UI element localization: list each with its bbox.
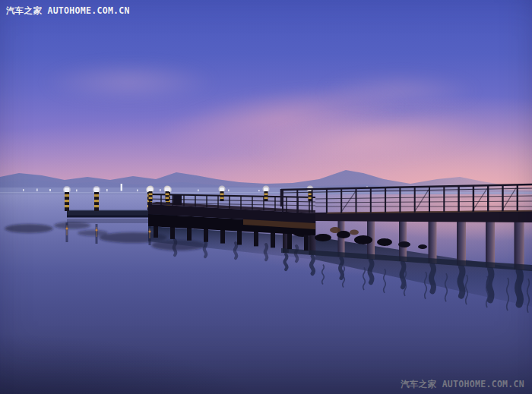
photo-dusk-pier: 汽车之家 AUTOHOME.COM.CN 汽车之家 AUTOHOME.COM.C…	[0, 0, 532, 394]
sail-tower	[121, 184, 122, 191]
watermark-top-left: 汽车之家 AUTOHOME.COM.CN	[6, 5, 130, 17]
pier-scene	[0, 0, 532, 394]
watermark-bottom-right: 汽车之家 AUTOHOME.COM.CN	[401, 379, 524, 390]
